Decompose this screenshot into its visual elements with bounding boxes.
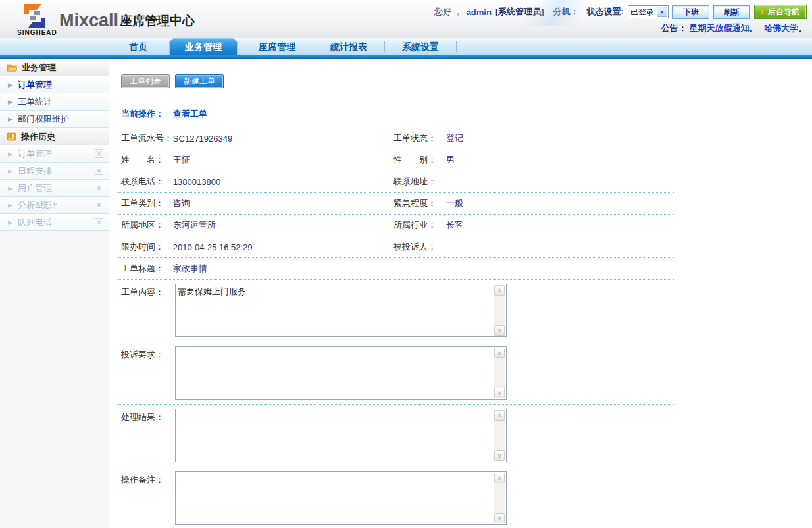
tab-home[interactable]: 首页 — [112, 38, 165, 55]
down-arrow-icon: ⬇ — [759, 7, 765, 16]
close-icon[interactable] — [95, 218, 103, 226]
handle-result-textarea[interactable]: ∧ ∨ — [175, 409, 507, 462]
breadcrumb: 当前操作： 查看工单 — [121, 108, 812, 120]
status-select-value: 已登录 — [628, 7, 654, 18]
sidebar-item-order-mgmt[interactable]: ▶ 订单管理 — [0, 76, 109, 93]
sidebar-item-label: 工单统计 — [18, 96, 52, 108]
tab-agent[interactable]: 座席管理 — [241, 38, 313, 55]
announcement-dot: 。 — [798, 23, 807, 33]
announcement-link-1[interactable]: 星期天放假通知 — [689, 23, 749, 33]
ticket-content-textarea[interactable]: 需要保姆上门服务 ∧ ∨ — [175, 284, 507, 337]
sidebar-item-label: 用户管理 — [18, 182, 52, 194]
sidebar-item-label: 队列电话 — [18, 217, 52, 228]
scrollbar[interactable]: ∧ ∨ — [494, 473, 505, 523]
field-label: 所属地区： — [121, 219, 173, 231]
scroll-up-icon[interactable]: ∧ — [494, 348, 505, 358]
product-name-cn: 座席管理中心 — [120, 13, 195, 30]
offwork-button[interactable]: 下班 — [672, 5, 709, 19]
field-label: 姓 名： — [121, 154, 173, 166]
main-nav: 首页 业务管理 座席管理 统计报表 系统设置 — [0, 38, 812, 55]
sidebar-section-business[interactable]: 业务管理 — [0, 59, 109, 76]
folder-open-icon — [7, 63, 17, 72]
sidebar-item-dept-permission[interactable]: ▶ 部门权限维护 — [0, 111, 109, 128]
sidebar-item-label: 日程安排 — [18, 165, 52, 177]
chevron-down-icon[interactable]: ▼ — [657, 7, 667, 17]
ticket-list-button[interactable]: 工单列表 — [121, 74, 170, 88]
sidebar-item-label: 订单管理 — [18, 148, 52, 160]
scroll-up-icon[interactable]: ∧ — [494, 410, 505, 421]
scroll-down-icon[interactable]: ∨ — [494, 513, 505, 523]
sidebar-history-schedule[interactable]: ▶ 日程安排 — [0, 163, 109, 180]
announcement-label: 公告： — [661, 23, 687, 33]
arrow-right-icon: ▶ — [8, 99, 13, 105]
textarea-text: 需要保姆上门服务 — [178, 286, 493, 298]
field-label: 工单流水号： — [121, 132, 173, 144]
form-row: 限办时间：2010-04-25 16:52:29 被投诉人： — [117, 236, 674, 258]
brand-logo: SINGHEAD Mixcall 座席管理中心 — [17, 3, 195, 36]
form-row: 工单流水号：SC1271926349 工单状态：登记 — [117, 128, 674, 149]
arrow-right-icon: ▶ — [8, 82, 13, 88]
scrollbar[interactable]: ∧ ∨ — [494, 410, 505, 461]
arrow-right-icon: ▶ — [8, 185, 13, 192]
scrollbar[interactable]: ∧ ∨ — [494, 285, 505, 336]
backstage-nav-label: 后台导航 — [768, 7, 799, 18]
form-row: 所属地区：东河运管所 所属行业：长客 — [117, 215, 674, 236]
arrow-right-icon: ▶ — [8, 168, 13, 174]
tab-reports[interactable]: 统计报表 — [313, 38, 384, 55]
close-icon[interactable] — [95, 167, 103, 175]
greeting-text: 您好 ， — [434, 6, 463, 18]
close-icon[interactable] — [95, 149, 103, 158]
scroll-down-icon[interactable]: ∨ — [494, 388, 505, 398]
field-label: 联系电话： — [121, 176, 173, 188]
form-row: 处理结果： ∧ ∨ — [117, 405, 674, 467]
close-icon[interactable] — [95, 201, 103, 209]
content-area: 工单列表 新建工单 当前操作： 查看工单 工单流水号：SC1271926349 … — [109, 59, 812, 528]
tab-settings[interactable]: 系统设置 — [385, 38, 456, 55]
region-value: 东河运管所 — [173, 219, 393, 231]
nav-separator — [456, 41, 457, 52]
user-role: [系统管理员] — [495, 6, 544, 18]
urgency-value: 一般 — [446, 198, 463, 209]
gender-value: 男 — [446, 154, 455, 166]
form-row: 工单类别：咨询 紧急程度：一般 — [117, 193, 674, 215]
field-label: 处理结果： — [121, 409, 175, 462]
history-icon — [7, 132, 16, 141]
field-label: 操作备注： — [121, 471, 175, 525]
field-label: 工单类别： — [121, 198, 173, 209]
scroll-down-icon[interactable]: ∨ — [494, 450, 505, 461]
field-label: 工单状态： — [393, 132, 446, 144]
field-label: 性 别： — [393, 154, 446, 166]
form-row: 联系电话：1380013800 联系地址： — [117, 171, 674, 193]
operation-note-textarea[interactable]: ∧ ∨ — [175, 471, 507, 525]
sidebar-section-history[interactable]: 操作历史 — [0, 128, 109, 145]
field-label: 限办时间： — [121, 241, 173, 253]
refresh-button[interactable]: 刷新 — [713, 5, 750, 19]
sidebar-history-user-mgmt[interactable]: ▶ 用户管理 — [0, 180, 109, 197]
field-label: 工单内容： — [121, 284, 175, 337]
scroll-down-icon[interactable]: ∨ — [494, 325, 505, 336]
field-label: 联系地址： — [393, 176, 446, 188]
sidebar-history-order-mgmt[interactable]: ▶ 订单管理 — [0, 145, 109, 163]
sidebar-item-label: 分析&统计 — [18, 199, 58, 211]
scroll-up-icon[interactable]: ∧ — [494, 473, 505, 483]
ticket-form: 工单流水号：SC1271926349 工单状态：登记 姓 名：王怔 性 别：男 … — [117, 128, 674, 528]
tab-business[interactable]: 业务管理 — [169, 38, 238, 55]
sidebar: 业务管理 ▶ 订单管理 ▶ 工单统计 ▶ 部门权限维护 操作历史 ▶ 订单管理 — [0, 59, 109, 528]
close-icon[interactable] — [95, 184, 103, 192]
scroll-up-icon[interactable]: ∧ — [494, 285, 505, 296]
status-select[interactable]: 已登录 ▼ — [628, 5, 669, 18]
backstage-nav-button[interactable]: ⬇ 后台导航 — [754, 5, 807, 19]
username: admin — [467, 7, 492, 17]
current-operation-value: 查看工单 — [173, 109, 207, 119]
arrow-right-icon: ▶ — [8, 202, 13, 209]
current-operation-label: 当前操作： — [121, 109, 164, 119]
complaint-request-textarea[interactable]: ∧ ∨ — [175, 346, 507, 400]
new-ticket-button[interactable]: 新建工单 — [175, 74, 224, 88]
sidebar-item-ticket-stats[interactable]: ▶ 工单统计 — [0, 93, 109, 111]
announcement-link-2[interactable]: 哈佛大学 — [764, 23, 798, 33]
phone-value: 1380013800 — [173, 177, 393, 187]
arrow-right-icon: ▶ — [8, 219, 13, 226]
sidebar-history-queue-calls[interactable]: ▶ 队列电话 — [0, 214, 109, 231]
scrollbar[interactable]: ∧ ∨ — [494, 348, 505, 398]
sidebar-history-analytics[interactable]: ▶ 分析&统计 — [0, 197, 109, 214]
